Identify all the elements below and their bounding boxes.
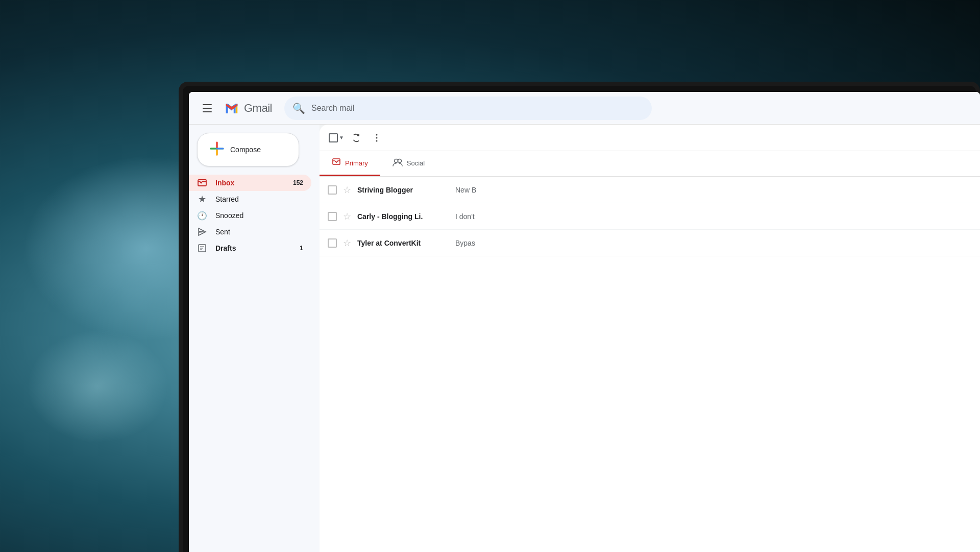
email-star-icon[interactable]: ☆ bbox=[343, 237, 351, 249]
email-main: ▼ bbox=[320, 125, 980, 552]
email-sender: Striving Blogger bbox=[357, 186, 449, 194]
sidebar-item-sent[interactable]: Sent bbox=[189, 224, 311, 240]
more-options-button[interactable] bbox=[368, 129, 386, 147]
email-tabs: Primary Social bbox=[320, 151, 980, 177]
email-sender: Tyler at ConvertKit bbox=[357, 239, 449, 247]
snoozed-label: Snoozed bbox=[215, 211, 303, 220]
refresh-button[interactable] bbox=[347, 129, 365, 147]
hamburger-line bbox=[203, 108, 212, 109]
email-star-icon[interactable]: ☆ bbox=[343, 184, 351, 196]
compose-button[interactable]: Compose bbox=[197, 133, 299, 166]
draft-icon bbox=[197, 243, 207, 253]
hamburger-line bbox=[203, 111, 212, 112]
gmail-logo: Gmail bbox=[222, 101, 272, 116]
tab-primary[interactable]: Primary bbox=[320, 151, 380, 176]
select-checkbox bbox=[329, 133, 338, 142]
tab-social-label: Social bbox=[407, 159, 425, 167]
email-checkbox[interactable] bbox=[328, 212, 337, 221]
social-tab-icon bbox=[393, 157, 403, 169]
inbox-icon bbox=[197, 178, 207, 188]
hamburger-line bbox=[203, 104, 212, 105]
sidebar-item-inbox[interactable]: Inbox 152 bbox=[189, 175, 311, 191]
send-icon bbox=[197, 227, 207, 237]
svg-rect-6 bbox=[198, 180, 206, 186]
email-row[interactable]: ☆ Carly - Blogging Li. I don't bbox=[320, 203, 980, 230]
svg-rect-11 bbox=[333, 159, 340, 164]
svg-point-12 bbox=[394, 159, 398, 163]
email-checkbox[interactable] bbox=[328, 238, 337, 248]
select-all-button[interactable]: ▼ bbox=[328, 129, 345, 147]
sidebar-item-drafts[interactable]: Drafts 1 bbox=[189, 240, 311, 256]
sent-label: Sent bbox=[215, 228, 303, 236]
drafts-count: 1 bbox=[300, 245, 303, 252]
email-preview: Bypas bbox=[455, 239, 972, 247]
gmail-m-icon bbox=[222, 101, 242, 116]
compose-label: Compose bbox=[230, 146, 261, 154]
sidebar-item-starred[interactable]: ★ Starred bbox=[189, 191, 311, 207]
gmail-app: Gmail 🔍 Search mail bbox=[189, 92, 980, 552]
gmail-header: Gmail 🔍 Search mail bbox=[189, 92, 980, 125]
email-toolbar: ▼ bbox=[320, 125, 980, 151]
gmail-body: Compose Inbox 152 bbox=[189, 125, 980, 552]
email-list: ☆ Striving Blogger New B ☆ Carly - Blogg… bbox=[320, 177, 980, 552]
svg-point-10 bbox=[376, 140, 377, 141]
svg-point-9 bbox=[376, 137, 377, 138]
tab-social[interactable]: Social bbox=[380, 151, 437, 176]
search-icon: 🔍 bbox=[292, 102, 305, 114]
screen: Gmail 🔍 Search mail bbox=[189, 92, 980, 552]
svg-point-13 bbox=[398, 159, 401, 163]
more-icon bbox=[376, 133, 378, 142]
search-placeholder-text: Search mail bbox=[311, 104, 354, 113]
svg-point-8 bbox=[376, 134, 377, 135]
clock-icon: 🕐 bbox=[197, 210, 207, 221]
compose-icon bbox=[210, 141, 224, 156]
drafts-label: Drafts bbox=[215, 244, 291, 252]
inbox-label: Inbox bbox=[215, 179, 285, 187]
email-checkbox[interactable] bbox=[328, 185, 337, 195]
primary-tab-icon bbox=[332, 157, 341, 169]
sidebar: Compose Inbox 152 bbox=[189, 125, 320, 552]
email-row[interactable]: ☆ Tyler at ConvertKit Bypas bbox=[320, 230, 980, 256]
sidebar-item-snoozed[interactable]: 🕐 Snoozed bbox=[189, 207, 311, 224]
tab-primary-label: Primary bbox=[345, 159, 368, 167]
email-sender: Carly - Blogging Li. bbox=[357, 212, 449, 221]
select-chevron-icon: ▼ bbox=[339, 135, 344, 140]
email-preview: New B bbox=[455, 186, 972, 194]
gmail-title: Gmail bbox=[244, 102, 272, 115]
star-icon: ★ bbox=[197, 194, 207, 204]
compose-plus-icon bbox=[210, 141, 224, 158]
laptop-frame: Gmail 🔍 Search mail bbox=[179, 82, 980, 552]
email-row[interactable]: ☆ Striving Blogger New B bbox=[320, 177, 980, 203]
menu-button[interactable] bbox=[197, 98, 217, 118]
search-bar[interactable]: 🔍 Search mail bbox=[284, 97, 652, 120]
email-star-icon[interactable]: ☆ bbox=[343, 211, 351, 222]
inbox-count: 152 bbox=[293, 179, 303, 186]
email-preview: I don't bbox=[455, 212, 972, 221]
refresh-icon bbox=[352, 133, 361, 142]
starred-label: Starred bbox=[215, 195, 303, 203]
